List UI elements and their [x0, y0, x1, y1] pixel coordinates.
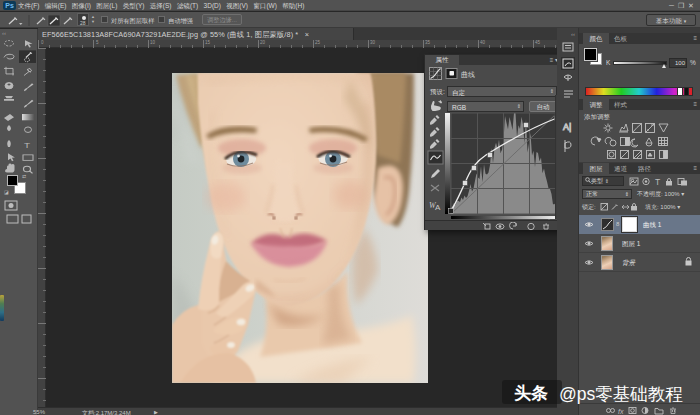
svg-text:T: T — [24, 141, 31, 150]
svg-text:fx: fx — [618, 408, 624, 415]
svg-text:A: A — [435, 203, 441, 212]
svg-text:A|: A| — [563, 122, 571, 132]
svg-text:T: T — [655, 177, 660, 186]
